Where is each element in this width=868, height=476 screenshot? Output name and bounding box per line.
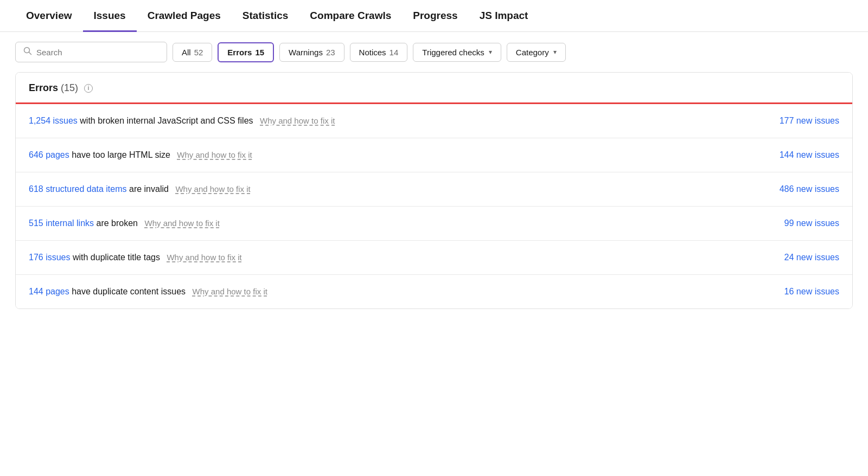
why-link-issue-5[interactable]: Why and how to fix it [167,253,241,262]
why-link-issue-6[interactable]: Why and how to fix it [193,287,267,296]
issue-text-issue-4: 515 internal links are broken Why and ho… [29,218,774,228]
issue-row-issue-4: 515 internal links are broken Why and ho… [16,207,852,241]
chevron-down-icon: ▾ [489,48,492,56]
main-content: Errors (15) i 1,254 issues with broken i… [0,72,868,309]
nav-item-overview[interactable]: Overview [15,0,83,32]
issue-link-issue-2[interactable]: 646 pages [29,150,69,159]
chevron-down-icon: ▾ [553,48,557,56]
filter-label-errors: Errors [227,48,252,57]
filter-btn-warnings[interactable]: Warnings23 [279,43,344,62]
why-link-issue-4[interactable]: Why and how to fix it [144,218,219,228]
info-icon[interactable]: i [84,84,93,93]
issue-row-issue-2: 646 pages have too large HTML size Why a… [16,138,852,172]
issue-row-issue-3: 618 structured data items are invalid Wh… [16,172,852,207]
filter-label-triggered-checks: Triggered checks [422,48,484,57]
filter-count-errors: 15 [255,48,264,57]
issue-link-issue-1[interactable]: 1,254 issues [29,116,78,125]
nav-item-statistics[interactable]: Statistics [232,0,299,32]
filter-btn-triggered-checks[interactable]: Triggered checks▾ [413,43,501,62]
why-link-issue-3[interactable]: Why and how to fix it [175,184,250,194]
errors-section-card: Errors (15) i 1,254 issues with broken i… [15,72,853,309]
issue-link-issue-3[interactable]: 618 structured data items [29,184,127,194]
new-issues-count-issue-3: 486 new issues [780,184,839,194]
issue-row-issue-6: 144 pages have duplicate content issues … [16,275,852,308]
nav-item-js-impact[interactable]: JS Impact [469,0,539,32]
section-title: Errors (15) i [29,82,93,93]
issue-text-issue-6: 144 pages have duplicate content issues … [29,287,774,297]
section-title-text: Errors [29,82,58,93]
nav-item-issues[interactable]: Issues [83,0,137,32]
section-header: Errors (15) i [16,73,852,104]
top-navigation: OverviewIssuesCrawled PagesStatisticsCom… [0,0,868,32]
nav-item-progress[interactable]: Progress [402,0,468,32]
issue-text-issue-5: 176 issues with duplicate title tags Why… [29,253,774,262]
issue-text-issue-2: 646 pages have too large HTML size Why a… [29,150,769,160]
issue-link-issue-5[interactable]: 176 issues [29,253,71,262]
filter-btn-all[interactable]: All52 [173,43,212,62]
issues-list: 1,254 issues with broken internal JavaSc… [16,104,852,308]
search-box[interactable] [15,42,167,62]
search-icon [23,47,32,57]
new-issues-count-issue-1: 177 new issues [780,116,839,126]
nav-item-compare-crawls[interactable]: Compare Crawls [299,0,402,32]
new-issues-count-issue-6: 16 new issues [784,287,839,297]
svg-line-1 [29,53,31,55]
filter-label-notices: Notices [359,48,386,57]
filter-btn-category[interactable]: Category▾ [507,43,566,62]
search-input[interactable] [36,48,159,57]
nav-item-crawled-pages[interactable]: Crawled Pages [137,0,232,32]
why-link-issue-2[interactable]: Why and how to fix it [177,150,252,159]
filter-btn-errors[interactable]: Errors15 [218,42,274,62]
issue-row-issue-1: 1,254 issues with broken internal JavaSc… [16,104,852,138]
filter-label-warnings: Warnings [289,48,323,57]
why-link-issue-1[interactable]: Why and how to fix it [260,116,335,125]
issue-link-issue-6[interactable]: 144 pages [29,287,69,296]
issue-row-issue-5: 176 issues with duplicate title tags Why… [16,241,852,275]
filter-count-all: 52 [194,48,203,57]
new-issues-count-issue-4: 99 new issues [784,218,839,228]
issue-text-issue-1: 1,254 issues with broken internal JavaSc… [29,116,769,126]
filter-label-category: Category [516,48,549,57]
section-count: (15) [61,82,78,93]
filter-count-warnings: 23 [326,48,335,57]
new-issues-count-issue-2: 144 new issues [780,150,839,160]
new-issues-count-issue-5: 24 new issues [784,253,839,262]
issue-text-issue-3: 618 structured data items are invalid Wh… [29,184,769,194]
filter-count-notices: 14 [390,48,399,57]
filter-bar: All52Errors15Warnings23Notices14Triggere… [0,32,868,72]
filter-label-all: All [182,48,191,57]
issue-link-issue-4[interactable]: 515 internal links [29,218,94,228]
filter-btn-notices[interactable]: Notices14 [350,43,408,62]
